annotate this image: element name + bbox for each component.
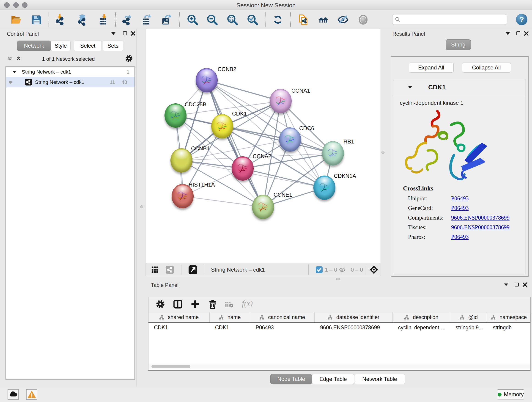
network-edge-CCNA2-CDKN1A[interactable] [243, 168, 324, 188]
network-node-CCNA1[interactable] [270, 89, 292, 113]
create-column-plus-icon[interactable] [190, 299, 200, 310]
table-cell[interactable]: 9606.ENSP00000378699 [315, 323, 393, 333]
column-header-canonical-name[interactable]: canonical name [250, 313, 315, 322]
show-columns-icon[interactable] [173, 299, 183, 310]
entry-header[interactable]: CDK1 [394, 79, 526, 96]
collection-expand-caret[interactable] [13, 71, 16, 73]
home-networks-icon[interactable] [317, 14, 329, 26]
expand-all-button[interactable]: Expand All [409, 63, 454, 73]
results-panel: Results Panel String Expand All Collapse… [390, 29, 532, 281]
copy-view-icon[interactable] [298, 14, 309, 26]
control-panel-float-button[interactable] [123, 32, 127, 35]
network-edge-CCNB2-CCNE1[interactable] [207, 80, 263, 207]
results-tab-string[interactable]: String [446, 39, 471, 50]
import-network-file-icon[interactable] [54, 14, 65, 26]
export-network-icon[interactable] [121, 14, 132, 26]
table-cell[interactable]: stringdb [487, 323, 530, 333]
export-image-icon[interactable] [160, 14, 172, 26]
table-cell[interactable]: CDK1 [148, 323, 210, 333]
column-header--id[interactable]: @id [450, 313, 487, 322]
column-header-shared-name[interactable]: shared name [148, 313, 210, 322]
refresh-icon[interactable] [272, 14, 284, 26]
collection-count: 1 [127, 69, 129, 75]
scrollbar-thumb[interactable] [152, 365, 190, 368]
results-panel-menu-caret[interactable] [506, 32, 510, 35]
table-panel-close-button[interactable] [522, 282, 527, 287]
right-splitter-handle[interactable] [381, 151, 385, 154]
entry-collapse-caret[interactable] [408, 86, 412, 89]
network-node-CDC6[interactable] [279, 128, 301, 152]
grid-view-icon[interactable] [151, 266, 159, 274]
column-header-namespace[interactable]: namespace [487, 313, 530, 322]
network-canvas[interactable]: CCNB2 CCNA1 CDC25B [145, 29, 381, 263]
network-node-CCNE1[interactable] [252, 195, 274, 219]
tab-sets[interactable]: Sets [103, 41, 123, 51]
table-cell[interactable]: CDK1 [210, 323, 250, 333]
bottom-splitter-handle[interactable] [336, 278, 340, 280]
column-type-icon [219, 315, 224, 320]
fit-selected-crosshair-icon[interactable] [369, 265, 379, 275]
crosslink-link[interactable]: 9606.ENSP00000378699 [451, 224, 510, 230]
control-panel-menu-caret[interactable] [111, 32, 115, 35]
birds-eye-view-icon[interactable] [189, 265, 197, 274]
tab-network-table[interactable]: Network Table [354, 374, 405, 384]
memory-button[interactable]: Memory [497, 389, 524, 400]
crosslink-link[interactable]: P06493 [451, 195, 469, 202]
network-node-CDC25B[interactable] [165, 103, 186, 128]
network-options-gear-icon[interactable] [125, 54, 133, 64]
table-horizontal-scrollbar[interactable] [149, 364, 530, 369]
left-splitter-handle[interactable] [140, 205, 143, 208]
delete-column-trash-icon[interactable] [208, 299, 218, 310]
column-header-database-identifier[interactable]: database identifier [315, 313, 393, 322]
network-row[interactable]: String Network – cdk1 11 48 [6, 77, 134, 87]
results-panel-float-button[interactable] [516, 32, 520, 35]
network-node-CCNA2[interactable] [232, 156, 254, 181]
import-table-file-icon[interactable] [97, 14, 109, 26]
level-of-detail-icon[interactable] [357, 14, 369, 26]
save-session-icon[interactable] [31, 14, 42, 26]
import-network-database-icon[interactable] [76, 14, 87, 26]
table-options-gear-icon[interactable] [155, 299, 165, 310]
table-cell[interactable]: cyclin–dependent ... [393, 323, 450, 333]
column-header-name[interactable]: name [210, 313, 250, 322]
network-node-RB1[interactable] [322, 141, 344, 166]
zoom-in-icon[interactable] [187, 14, 198, 26]
network-node-CCNB2[interactable] [196, 68, 218, 92]
node-gloss [235, 158, 250, 168]
network-overview-icon[interactable] [166, 266, 174, 274]
table-cell[interactable]: P06493 [250, 323, 315, 333]
search-input[interactable] [403, 17, 505, 22]
table-panel-float-button[interactable] [515, 283, 519, 287]
tab-style[interactable]: Style [51, 41, 70, 51]
zoom-fit-icon[interactable] [227, 14, 238, 26]
search-field[interactable] [392, 14, 507, 25]
network-collection-row[interactable]: String Network – cdk1 1 [6, 67, 134, 77]
tab-edge-table[interactable]: Edge Table [312, 374, 354, 384]
warning-status-button[interactable] [26, 389, 37, 400]
table-panel-menu-caret[interactable] [504, 283, 508, 286]
crosslink-link[interactable]: P06493 [451, 205, 469, 211]
tab-select[interactable]: Select [74, 41, 102, 51]
control-panel-close-button[interactable] [131, 31, 136, 36]
collapse-all-button[interactable]: Collapse All [462, 63, 511, 73]
tab-node-table[interactable]: Node Table [270, 374, 312, 384]
results-panel-close-button[interactable] [524, 31, 529, 36]
crosslink-link[interactable]: 9606.ENSP00000378699 [451, 215, 510, 221]
open-session-icon[interactable] [11, 14, 22, 26]
selected-checkbox[interactable] [316, 266, 323, 273]
hide-eye-slash-icon[interactable] [337, 14, 349, 26]
network-node-CDK1[interactable] [211, 114, 233, 138]
crosslink-link[interactable]: P06493 [451, 234, 469, 240]
network-edge-HIST1H1A-CCNE1[interactable] [183, 196, 263, 207]
cloud-status-button[interactable] [7, 389, 19, 400]
zoom-out-icon[interactable] [206, 14, 218, 26]
tab-network[interactable]: Network [17, 41, 51, 51]
column-header-description[interactable]: description [393, 313, 450, 322]
export-table-icon[interactable] [140, 14, 152, 26]
network-node-CCNB1[interactable] [171, 148, 192, 172]
zoom-selected-icon[interactable] [247, 14, 258, 26]
table-row[interactable]: CDK1CDK1P064939606.ENSP00000378699cyclin… [148, 323, 530, 333]
help-button[interactable]: ? [516, 14, 527, 25]
table-cell[interactable]: stringdb:9... [450, 323, 487, 333]
network-node-CDKN1A[interactable] [313, 176, 336, 200]
